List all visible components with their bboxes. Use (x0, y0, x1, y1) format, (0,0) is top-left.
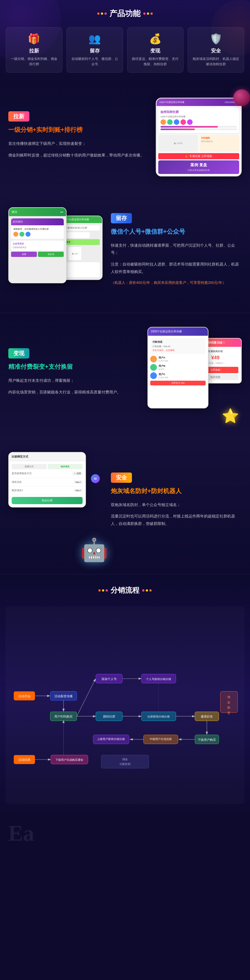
anquan-section: 安全 炮灰域名防封+防封机器人 双炮灰域名防封，单个公众号独立域名； 流量沉淀时… (0, 438, 250, 574)
anquan-phone-header: 比较绑定方式 (9, 453, 85, 461)
feature-icon-bianxian: 💰 (132, 33, 179, 45)
laxin-case-review: 案例 复盘 社群运营实战案例分析 (158, 161, 239, 174)
bianxian-phone1-content: 付款信息 订单金额：¥99.00 未支付成功，点击继续 用户A 已支付 ¥99 (148, 336, 208, 408)
feature-title-anquan: 安全 (192, 48, 240, 54)
laxin-red-banner: 🎁 专属优惠 立即领取 (158, 153, 239, 159)
avatar1 (150, 356, 157, 363)
feature-title-liucun: 留存 (71, 48, 119, 54)
fdot3 (106, 589, 108, 592)
dot3 (104, 13, 107, 15)
bianxian-phone1: 1000个社群运营分享传播 付款信息 订单金额：¥99.00 未支付成功，点击继… (147, 327, 209, 409)
progress-bar1 (160, 126, 237, 127)
svg-text:社群获得分销分佣: 社群获得分销分佣 (147, 715, 169, 718)
liucun-content: 留存 微信个人号+微信群+公众号 快速支付，快速自动跳转邀请界面，可把用户沉淀到… (111, 213, 242, 291)
liucun-badge: 留存 (111, 213, 132, 223)
anquan-text2: 流量沉淀时也可以用活码进行分流，对接上线运作两年的超稳定社群机器人，自动满群换群… (111, 512, 242, 527)
feature-card-anquan: 🛡️ 安全 炮灰域名活码防封、机器人稳定被动加粉拉群 (188, 27, 244, 73)
laxin-phone: 1000个社群运营分享传播 13312345562 如何玩转社群 1000个社群… (156, 98, 242, 177)
flow-title: 分销流程 (6, 585, 244, 595)
svg-text:变: 变 (227, 711, 230, 714)
dot4 (143, 13, 146, 15)
title-dots-right (143, 13, 153, 15)
laxin-qr-area: ▦ QR码 扫码领取 限时优惠活动 (158, 135, 239, 151)
liucun-card2: 公众号关注 已自动为您关注 (11, 240, 64, 251)
anquan-phone-container: 比较绑定方式 普通方式 炮灰域名 是否使用炮灰方式 ✓ 启用 域名信息 http… (8, 452, 103, 552)
fdot5 (146, 589, 148, 592)
feature-card-laxin: 🎁 拉新 一级分销、佣金实时到账、佣金排行榜 (6, 27, 62, 73)
flow-dots-right (142, 589, 152, 592)
feature-icon-laxin: 🎁 (10, 33, 58, 45)
bianxian-content: 变现 精准付费裂变+支付换留 用户唤起支付未支付成功，弹窗挽留； 内容化场景营销… (8, 348, 139, 400)
bianxian-phones: 1000个社群运营分享传播 付款信息 订单金额：¥99.00 未支付成功，点击继… (147, 327, 242, 421)
liucun-phone1-content: 支付成功 感谢购买，自动邀请您加入专属社群 公众号关注 已自动为您关注 (9, 216, 66, 283)
svg-text:添加个人号: 添加个人号 (101, 677, 117, 681)
svg-text:邀请好友: 邀请好友 (201, 715, 213, 718)
svg-text:活动裂变传播: 活动裂变传播 (54, 695, 73, 698)
laxin-phone-mockup: 1000个社群运营分享传播 13312345562 如何玩转社群 1000个社群… (156, 98, 242, 177)
feature-desc-bianxian: 路径直达、精准付费裂变、支付挽留、加粉拉群 (132, 56, 179, 67)
progress-bar2 (160, 129, 237, 130)
liucun-text1: 快速支付，快速自动跳转邀请界面，可把用户沉淀到个人号、社群、公众号； (111, 242, 242, 256)
bianxian-subtitle: 精准付费裂变+支付换留 (8, 363, 139, 371)
product-section: 产品功能 🎁 拉新 一级分销、佣金实时到账、佣金排行榜 👥 留存 自动吸粉到个人… (0, 0, 250, 84)
anquan-row-domain1: 域名信息 http:// (12, 480, 82, 487)
laxin-phone-content: 如何玩转社群 1000个社群运营分享传播 ▦ QR码 (157, 106, 241, 176)
pay-button[interactable]: 立即支付 ¥99 (150, 381, 206, 385)
feature-desc-anquan: 炮灰域名活码防封、机器人稳定被动加粉拉群 (192, 56, 240, 67)
pay-info: 付款信息 订单金额：¥99.00 未支付成功，点击继续 (150, 338, 206, 354)
bianxian-text2: 内容化场景营销，百搭赋能各大行业，获得精准高质量付费用户。 (8, 388, 139, 396)
anquan-badge: 安全 (111, 473, 132, 483)
feature-desc-laxin: 一级分销、佣金实时到账、佣金排行榜 (10, 56, 58, 67)
laxin-subtitle: 一级分销+实时到账+排行榜 (8, 126, 147, 134)
flow-node-mechanism (101, 755, 149, 768)
flow-dots-left (98, 589, 108, 592)
bianxian-section: 变现 精准付费裂变+支付换留 用户唤起支付未支付成功，弹窗挽留； 内容化场景营销… (0, 313, 250, 438)
avatar3 (150, 372, 157, 379)
fdot1 (98, 589, 101, 592)
bianxian-badge: 变现 (8, 348, 29, 358)
ea-text: Ea (8, 821, 242, 846)
ea-section: Ea (0, 815, 250, 857)
liucun-phones: 1000个社群运营分享传播 立即邀请好友加入社群 欢迎加入！🎉 谢谢邀请 ▦ Q… (8, 207, 103, 296)
anquan-submit-btn[interactable]: 发起社群 (12, 497, 82, 504)
liucun-card1: 支付成功 感谢购买，自动邀请您加入专属社群 (11, 218, 64, 239)
anquan-content: 安全 炮灰域名防封+防封机器人 双炮灰域名防封，单个公众号独立域名； 流量沉淀时… (111, 473, 242, 531)
laxin-card-title: 如何玩转社群 1000个社群运营分享传播 (158, 108, 239, 133)
svg-text:活动开始: 活动开始 (18, 695, 30, 698)
anquan-subtitle: 炮灰域名防封+防封机器人 (111, 487, 242, 496)
fdot4 (142, 589, 144, 592)
pay-row1: 用户A 已支付 ¥99 (150, 356, 206, 363)
liucun-subtitle: 微信个人号+微信群+公众号 (111, 228, 242, 236)
feature-title-bianxian: 变现 (132, 48, 179, 54)
liucun-phone1-header: 微信 ••• (9, 208, 66, 216)
bianxian-text1: 用户唤起支付未支付成功，弹窗挽留； (8, 377, 139, 384)
svg-text:金: 金 (227, 701, 230, 704)
svg-text:用户扫码购买: 用户扫码购买 (54, 715, 73, 718)
laxin-badge: 拉新 (8, 111, 29, 121)
svg-text:裂: 裂 (227, 706, 230, 709)
liucun-section: 留存 微信个人号+微信群+公众号 快速支付，快速自动跳转邀请界面，可把用户沉淀到… (0, 193, 250, 313)
flow-section: 分销流程 (0, 574, 250, 815)
svg-text:分配机制: 分配机制 (119, 763, 131, 766)
svg-text:活动结果: 活动结果 (18, 758, 30, 762)
feature-desc-liucun: 自动吸粉到个人号、微信群、公众号 (71, 56, 119, 67)
flow-svg: 活动开始 活动裂变传播 用户扫码购买 添加个人号 个人号获得分销分佣 (11, 612, 239, 797)
pay-row2: 用户B 未支付 (150, 364, 206, 371)
liucun-text2: 注意：自动被吸粉同时拉人进群、群话术等功能需要用到社群机器人，机器人软件需单独购… (111, 261, 242, 275)
flow-diagram: 活动开始 活动裂变传播 用户扫码购买 添加个人号 个人号获得分销分佣 (6, 606, 244, 804)
laxin-phone-header: 1000个社群运营分享传播 13312345562 (157, 99, 241, 106)
svg-text:佣: 佣 (227, 695, 230, 698)
features-grid: 🎁 拉新 一级分销、佣金实时到账、佣金排行榜 👥 留存 自动吸粉到个人号、微信群… (6, 27, 244, 73)
robot-icon: 🤖 (81, 537, 108, 563)
svg-text:下级用户完成购买通知: 下级用户完成购买通知 (55, 759, 83, 762)
dot2 (101, 13, 103, 15)
liucun-actions: 加群 加好友 (11, 252, 64, 257)
feature-icon-anquan: 🛡️ (192, 33, 240, 45)
svg-text:个人号获得分销分佣: 个人号获得分销分佣 (146, 678, 171, 681)
fdot6 (149, 589, 152, 592)
feature-title-laxin: 拉新 (10, 48, 58, 54)
laxin-section: 拉新 一级分销+实时到账+排行榜 首次传播快速绑定下级用户，实现快速裂变； 佣金… (0, 84, 250, 193)
dot6 (150, 13, 153, 15)
liucun-phone1: 微信 ••• 支付成功 感谢购买，自动邀请您加入专属社群 (8, 207, 66, 283)
svg-text:中级用户分流拉新: 中级用户分流拉新 (150, 738, 172, 741)
